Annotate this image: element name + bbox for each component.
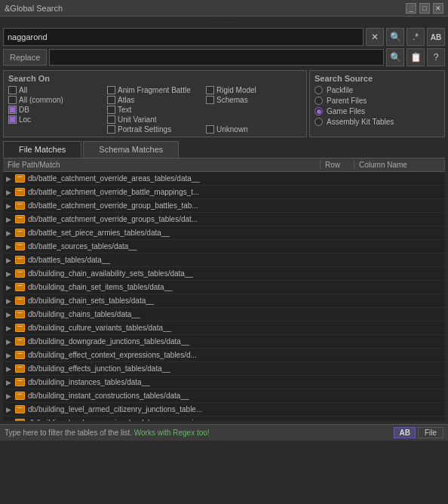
- cb-unknown-box[interactable]: [206, 125, 214, 134]
- file-icon: [14, 174, 26, 184]
- cb-loc-label: Loc: [19, 115, 31, 124]
- cb-loc[interactable]: Loc: [8, 115, 104, 124]
- cb-portrait-label: Portrait Settings: [118, 125, 171, 134]
- file-button[interactable]: File: [418, 427, 443, 438]
- cb-rigid-label: Rigid Model: [216, 86, 256, 94]
- cb-portrait[interactable]: Portrait Settings: [107, 125, 203, 134]
- cb-anim-box[interactable]: [107, 86, 115, 94]
- expand-arrow: ▶: [3, 257, 14, 264]
- cb-all-common[interactable]: All (common): [8, 96, 104, 104]
- radio-game-files[interactable]: Game Files: [315, 107, 440, 115]
- cb-portrait-box[interactable]: [107, 125, 115, 134]
- cb-text-label: Text: [118, 106, 131, 114]
- cb-atlas[interactable]: Atlas: [107, 96, 203, 104]
- cb-schemas[interactable]: Schemas: [206, 96, 302, 104]
- cb-all-common-label: All (common): [19, 96, 63, 104]
- file-row[interactable]: ▶ db/building_chain_availability_sets_ta…: [3, 267, 445, 281]
- cb-text-box[interactable]: [107, 106, 115, 114]
- file-row[interactable]: ▶ db/battle_catchment_override_group_bat…: [3, 199, 445, 213]
- cb-anim-fragment[interactable]: Anim Fragment Battle: [107, 86, 203, 94]
- drag-handle: .......: [0, 17, 448, 25]
- expand-arrow: ▶: [3, 216, 14, 223]
- replace-input[interactable]: [49, 49, 384, 66]
- regex-button[interactable]: .*: [407, 28, 425, 46]
- file-row[interactable]: ▶ db/building_level_armed_citizenry_junc…: [3, 403, 445, 416]
- minimize-button[interactable]: _: [406, 3, 416, 14]
- file-row[interactable]: ▶ db/building_levels_campaign_bmd_layer_…: [3, 416, 445, 421]
- close-button[interactable]: ✕: [433, 3, 443, 14]
- file-path: db/battles_tables/data__: [28, 256, 321, 264]
- expand-arrow: ▶: [3, 338, 14, 346]
- cb-rigid-box[interactable]: [206, 86, 214, 94]
- expand-arrow: ▶: [3, 324, 14, 332]
- cb-all-box[interactable]: [8, 86, 17, 94]
- cb-all[interactable]: All: [8, 86, 104, 94]
- replace-search-button[interactable]: 🔍: [386, 48, 404, 66]
- file-path: db/building_chain_availability_sets_tabl…: [28, 269, 321, 278]
- expand-arrow: ▶: [3, 352, 14, 359]
- cb-unit-variant[interactable]: Unit Variant: [107, 115, 203, 124]
- radio-parent-label: Parent Files: [327, 97, 367, 105]
- file-icon: [14, 337, 26, 347]
- maximize-button[interactable]: □: [419, 3, 430, 14]
- file-row[interactable]: ▶ db/building_downgrade_junctions_tables…: [3, 335, 445, 349]
- cb-text[interactable]: Text: [107, 106, 203, 114]
- expand-arrow: ▶: [3, 406, 14, 413]
- file-icon: [14, 214, 26, 225]
- file-row[interactable]: ▶ db/battles_tables/data__: [3, 254, 445, 267]
- file-list[interactable]: ▶ db/battle_catchment_override_areas_tab…: [3, 172, 445, 421]
- cb-all-common-box[interactable]: [8, 96, 17, 104]
- clear-search-button[interactable]: ✕: [366, 28, 384, 46]
- radio-packfile-dot[interactable]: [315, 86, 323, 94]
- file-row[interactable]: ▶ db/building_instant_constructions_tabl…: [3, 389, 445, 403]
- tab-schema-matches[interactable]: Schema Matches: [83, 141, 179, 158]
- cb-unit-box[interactable]: [107, 115, 115, 124]
- file-row[interactable]: ▶ db/battle_sources_tables/data__: [3, 240, 445, 254]
- cb-rigid-model[interactable]: Rigid Model: [206, 86, 302, 94]
- cb-schemas-box[interactable]: [206, 96, 214, 104]
- search-button[interactable]: 🔍: [386, 28, 404, 46]
- file-row[interactable]: ▶ db/battle_catchment_override_areas_tab…: [3, 172, 445, 186]
- radio-assembly-dot[interactable]: [315, 118, 323, 126]
- cb-db-box[interactable]: [8, 106, 17, 114]
- file-path: db/building_downgrade_junctions_tables/d…: [28, 337, 321, 346]
- case-sensitive-button[interactable]: AB: [427, 28, 445, 46]
- tab-file-matches[interactable]: File Matches: [3, 141, 81, 158]
- file-icon: [14, 309, 26, 320]
- cb-db[interactable]: DB: [8, 106, 104, 114]
- file-row[interactable]: ▶ db/building_instances_tables/data__: [3, 376, 445, 389]
- file-row[interactable]: ▶ db/building_chain_set_items_tables/dat…: [3, 281, 445, 294]
- cb-atlas-box[interactable]: [107, 96, 115, 104]
- radio-game-dot[interactable]: [315, 107, 323, 115]
- file-path: db/building_chain_set_items_tables/data_…: [28, 283, 321, 291]
- search-input[interactable]: [3, 28, 364, 46]
- file-row[interactable]: ▶ db/building_chain_sets_tables/data__: [3, 294, 445, 308]
- radio-parent-dot[interactable]: [315, 97, 323, 105]
- radio-assembly-kit[interactable]: Assembly Kit Tables: [315, 118, 440, 126]
- file-path: db/building_level_armed_citizenry_juncti…: [28, 405, 321, 413]
- file-row[interactable]: ▶ db/building_effects_junction_tables/da…: [3, 362, 445, 376]
- cb-loc-box[interactable]: [8, 115, 17, 124]
- file-row[interactable]: ▶ db/battle_set_piece_armies_tables/data…: [3, 226, 445, 240]
- file-row[interactable]: ▶ db/building_effect_context_expressions…: [3, 349, 445, 362]
- title-bar: &Global Search _ □ ✕: [0, 0, 448, 17]
- replace-file-button[interactable]: 📋: [407, 48, 425, 66]
- th-column-name: Column Name: [354, 160, 445, 170]
- file-path: db/battle_catchment_override_areas_table…: [28, 174, 321, 183]
- file-row[interactable]: ▶ db/building_chains_tables/data__: [3, 308, 445, 321]
- file-row[interactable]: ▶ db/building_culture_variants_tables/da…: [3, 321, 445, 335]
- cb-unknown-label: Unknown: [216, 125, 248, 134]
- radio-game-label: Game Files: [327, 107, 365, 115]
- help-button[interactable]: ?: [427, 48, 445, 66]
- cb-unknown[interactable]: Unknown: [206, 125, 302, 134]
- th-file-path: File Path/Match: [3, 160, 321, 170]
- file-icon: [14, 323, 26, 333]
- file-row[interactable]: ▶ db/battle_catchment_override_battle_ma…: [3, 186, 445, 199]
- cb-db-label: DB: [19, 106, 29, 114]
- expand-arrow: ▶: [3, 419, 14, 422]
- ab-button[interactable]: AB: [394, 427, 415, 438]
- radio-packfile[interactable]: Packfile: [315, 86, 440, 94]
- search-on-panel: Search On All Anim Fragment Battle Rigid…: [3, 70, 307, 137]
- radio-parent-files[interactable]: Parent Files: [315, 97, 440, 105]
- file-row[interactable]: ▶ db/battle_catchment_override_groups_ta…: [3, 213, 445, 226]
